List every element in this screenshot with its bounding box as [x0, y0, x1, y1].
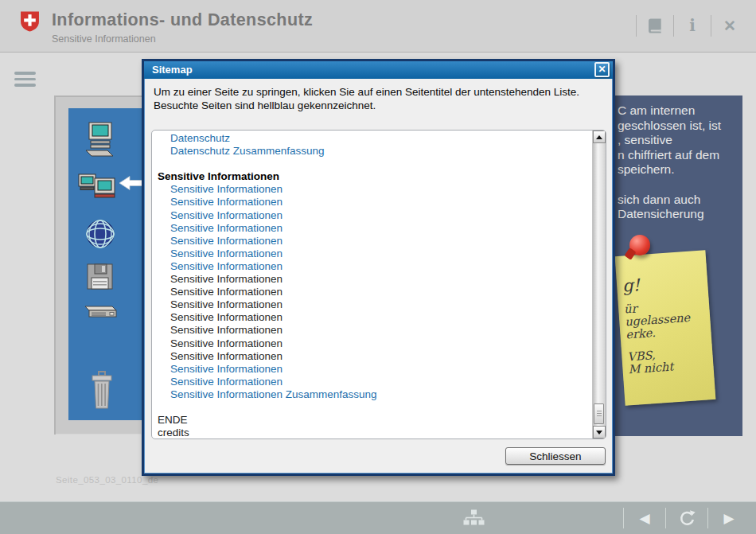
- dialog-footer: Schliessen: [144, 439, 613, 474]
- sitemap-list-item: [152, 158, 592, 170]
- swiss-shield-logo: [20, 10, 40, 36]
- pointer-arrow-icon: [119, 176, 143, 193]
- page-id-label: Seite_053_03_0110_de: [56, 475, 158, 485]
- sitemap-list-item[interactable]: Sensitive Informationen: [152, 298, 592, 311]
- sitemap-list-item[interactable]: Sensitive Informationen: [152, 350, 592, 363]
- sitemap-list-item[interactable]: Sensitive Informationen: [152, 183, 592, 196]
- sitemap-list-item[interactable]: Sensitive Informationen: [152, 209, 592, 222]
- sitemap-list-item: Sensitive Informationen: [152, 170, 592, 183]
- sitemap-list-item[interactable]: Sensitive Informationen: [152, 235, 592, 248]
- content-text-line: [618, 177, 739, 193]
- sitemap-list-item[interactable]: Sensitive Informationen: [152, 196, 592, 209]
- sticky-note-line: g!: [622, 271, 707, 295]
- content-text: C am internengeschlossen ist, ist, sensi…: [612, 95, 742, 222]
- sitemap-list-item[interactable]: Sensitive Informationen: [152, 311, 592, 324]
- instructions-line2: Besuchte Seiten sind hellblau gekennzeic…: [154, 99, 603, 113]
- sitemap-list: DatenschutzDatenschutz ZusammenfassungSe…: [152, 131, 592, 439]
- content-text-line: n chiffriert auf dem: [618, 148, 739, 163]
- close-icon[interactable]: ✕: [711, 17, 748, 35]
- sitemap-dialog: Sitemap ✕ Um zu einer Seite zu springen,…: [142, 59, 615, 476]
- glossary-book-icon[interactable]: [637, 17, 673, 35]
- sitemap-list-item[interactable]: Sensitive Informationen: [152, 222, 592, 235]
- sitemap-listbox: DatenschutzDatenschutz ZusammenfassungSe…: [151, 130, 606, 439]
- scroll-down-button[interactable]: [593, 426, 606, 439]
- illustration-panel: [68, 108, 142, 420]
- content-text-line: , sensitive: [618, 133, 739, 148]
- floppy-disk-icon: [86, 263, 115, 294]
- scroll-thumb[interactable]: [594, 403, 604, 424]
- app-header: Informations- und Datenschutz Sensitive …: [0, 0, 756, 53]
- push-pin-icon: [629, 235, 650, 255]
- nav-bar: ◀ ▶: [0, 501, 756, 534]
- info-icon[interactable]: i: [674, 16, 711, 35]
- sitemap-list-item[interactable]: Sensitive Informationen: [152, 260, 592, 273]
- back-icon[interactable]: ◀: [624, 510, 665, 527]
- sitemap-list-item[interactable]: Datenschutz Zusammenfassung: [152, 145, 592, 158]
- sitemap-list-item: [152, 401, 592, 414]
- sitemap-list-item[interactable]: Datenschutz: [152, 132, 592, 145]
- menu-icon[interactable]: [14, 72, 37, 90]
- dialog-title: Sitemap: [152, 64, 193, 76]
- network-computers-icon: [78, 172, 123, 205]
- dialog-instructions: Um zu einer Seite zu springen, klicken S…: [144, 79, 613, 119]
- sitemap-list-item[interactable]: credits: [152, 427, 592, 439]
- content-panel: C am internengeschlossen ist, ist, sensi…: [612, 95, 742, 436]
- nav-controls: ◀ ▶: [623, 502, 750, 534]
- sitemap-list-item[interactable]: Sensitive Informationen: [152, 324, 592, 337]
- sitemap-list-item[interactable]: Sensitive Informationen: [152, 248, 592, 260]
- content-text-line: sich dann auch: [618, 193, 739, 208]
- scrollbar[interactable]: [592, 131, 606, 439]
- schliessen-button[interactable]: Schliessen: [505, 447, 606, 465]
- page-title: Informations- und Datenschutz: [52, 10, 313, 30]
- header-titles: Informations- und Datenschutz Sensitive …: [52, 10, 313, 45]
- sitemap-list-item[interactable]: Sensitive Informationen: [152, 363, 592, 376]
- sitemap-list-item[interactable]: Sensitive Informationen: [152, 337, 592, 350]
- sitemap-list-item[interactable]: Sensitive Informationen Zusammenfassung: [152, 388, 592, 401]
- dialog-titlebar: Sitemap ✕: [144, 61, 613, 79]
- content-text-line: Datensicherung: [618, 207, 739, 222]
- scroll-up-button[interactable]: [593, 131, 606, 143]
- trash-can-icon: [89, 371, 115, 414]
- dialog-close-icon[interactable]: ✕: [594, 62, 610, 77]
- sitemap-list-item[interactable]: Sensitive Informationen: [152, 286, 592, 298]
- sticky-note: g!ürugelasseneerke.VBS,M nicht: [615, 250, 716, 405]
- globe-icon: [84, 218, 116, 253]
- sitemap-list-item[interactable]: Sensitive Informationen: [152, 376, 592, 388]
- desktop-computer-icon: [81, 121, 118, 161]
- sitemap-list-item[interactable]: Sensitive Informationen: [152, 273, 592, 286]
- hard-drive-icon: [81, 304, 118, 323]
- sitemap-icon[interactable]: [463, 509, 485, 531]
- page-subtitle: Sensitive Informationen: [52, 33, 313, 45]
- content-text-line: speichern.: [618, 162, 739, 177]
- header-toolbar: i ✕: [636, 11, 748, 40]
- instructions-line1: Um zu einer Seite zu springen, klicken S…: [154, 86, 603, 99]
- sitemap-list-item[interactable]: ENDE: [152, 414, 592, 427]
- forward-icon[interactable]: ▶: [708, 510, 750, 527]
- app-window: Informations- und Datenschutz Sensitive …: [0, 0, 756, 534]
- content-text-line: C am internen: [618, 103, 739, 119]
- refresh-icon[interactable]: [666, 509, 707, 528]
- content-text-line: geschlossen ist, ist: [618, 119, 739, 134]
